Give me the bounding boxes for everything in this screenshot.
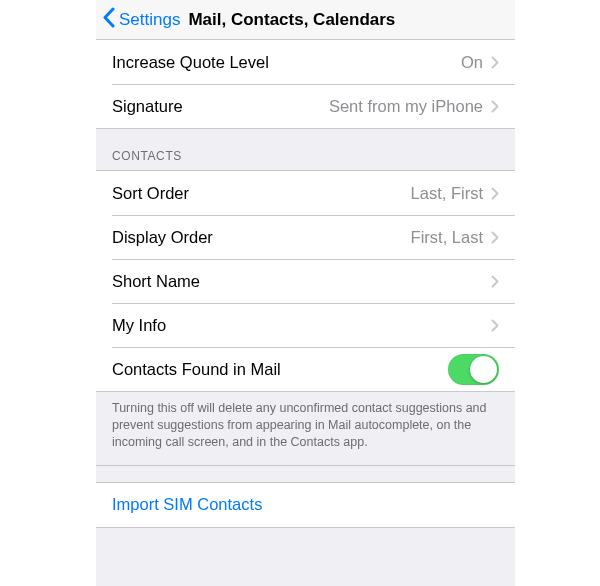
row-label: Increase Quote Level xyxy=(112,53,269,72)
back-label: Settings xyxy=(119,10,180,30)
page-title: Mail, Contacts, Calendars xyxy=(188,10,395,30)
chevron-right-icon xyxy=(491,275,499,288)
toggle-knob xyxy=(470,356,497,383)
row-value: First, Last xyxy=(411,228,483,247)
row-signature[interactable]: Signature Sent from my iPhone xyxy=(96,84,515,128)
navbar: Settings Mail, Contacts, Calendars xyxy=(96,0,515,40)
row-display-order[interactable]: Display Order First, Last xyxy=(96,215,515,259)
row-value: On xyxy=(461,53,483,72)
group-header-label: CONTACTS xyxy=(112,149,499,163)
chevron-right-icon xyxy=(491,319,499,332)
row-label: Short Name xyxy=(112,272,200,291)
group-footer-contacts: Turning this off will delete any unconfi… xyxy=(96,391,515,465)
chevron-left-icon xyxy=(102,7,115,33)
row-sort-order[interactable]: Sort Order Last, First xyxy=(96,171,515,215)
chevron-right-icon xyxy=(491,100,499,113)
row-contacts-found-in-mail: Contacts Found in Mail xyxy=(96,347,515,391)
row-label: Import SIM Contacts xyxy=(112,495,262,514)
group-gap xyxy=(96,465,515,483)
toggle-contacts-found-in-mail[interactable] xyxy=(448,354,499,385)
row-label: Display Order xyxy=(112,228,213,247)
chevron-right-icon xyxy=(491,56,499,69)
row-value: Last, First xyxy=(411,184,483,203)
row-label: My Info xyxy=(112,316,166,335)
row-my-info[interactable]: My Info xyxy=(96,303,515,347)
group-footer-text: Turning this off will delete any unconfi… xyxy=(112,400,499,451)
group-header-contacts: CONTACTS xyxy=(96,128,515,171)
row-increase-quote-level[interactable]: Increase Quote Level On xyxy=(96,40,515,84)
row-label: Sort Order xyxy=(112,184,189,203)
row-import-sim-contacts[interactable]: Import SIM Contacts xyxy=(96,483,515,527)
group-gap xyxy=(96,527,515,586)
chevron-right-icon xyxy=(491,187,499,200)
row-label: Signature xyxy=(112,97,183,116)
row-label: Contacts Found in Mail xyxy=(112,360,281,379)
row-value: Sent from my iPhone xyxy=(329,97,483,116)
chevron-right-icon xyxy=(491,231,499,244)
row-short-name[interactable]: Short Name xyxy=(96,259,515,303)
back-button[interactable]: Settings xyxy=(102,7,180,33)
